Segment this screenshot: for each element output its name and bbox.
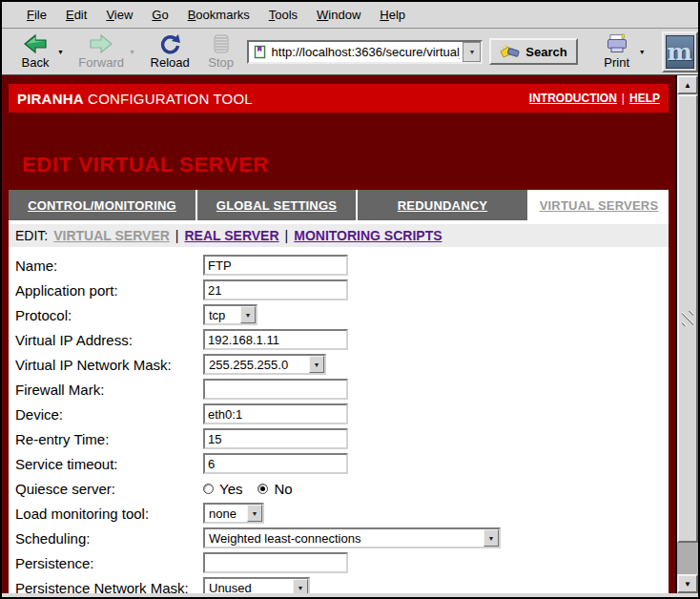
subnav-separator: | (175, 228, 179, 243)
menu-bookmarks[interactable]: Bookmarks (178, 4, 259, 26)
service-timeout-field[interactable] (203, 453, 348, 474)
scheduling-select[interactable]: Weighted least-connections ▼ (203, 527, 501, 548)
subnav-virtual-server[interactable]: VIRTUAL SERVER (53, 228, 170, 243)
protocol-select-arrow-icon[interactable]: ▼ (240, 306, 256, 323)
piranha-page: PIRANHA CONFIGURATION TOOL INTRODUCTION … (2, 75, 675, 593)
service-timeout-label: Service timeout: (15, 456, 203, 472)
scrollbar-thumb[interactable] (677, 94, 698, 543)
menu-bar: File Edit View Go Bookmarks Tools Window… (2, 2, 698, 29)
persistence-netmask-select-arrow-icon[interactable]: ▼ (293, 579, 308, 593)
help-link[interactable]: HELP (629, 92, 660, 105)
scroll-up-button[interactable]: ▲ (677, 75, 698, 94)
edit-prefix: EDIT: (15, 228, 48, 243)
persistence-netmask-selected-value: Unused (205, 581, 293, 594)
scrollbar-track[interactable] (677, 543, 698, 574)
menu-go[interactable]: Go (142, 4, 177, 26)
tab-redundancy[interactable]: REDUNDANCY (358, 190, 527, 220)
form-row-service-timeout: Service timeout: (15, 451, 669, 476)
load-monitoring-label: Load monitoring tool: (15, 506, 203, 522)
main-tabs: CONTROL/MONITORING GLOBAL SETTINGS REDUN… (9, 190, 669, 220)
search-icon (500, 44, 521, 60)
virtual-ip-netmask-selected-value: 255.255.255.0 (205, 358, 309, 372)
menu-view[interactable]: View (96, 4, 142, 26)
persistence-netmask-label: Persistence Network Mask: (15, 580, 203, 594)
persistence-netmask-select[interactable]: Unused ▼ (203, 577, 310, 593)
menu-file[interactable]: File (17, 4, 56, 26)
tab-virtual-servers[interactable]: VIRTUAL SERVERS (529, 190, 669, 220)
form-row-quiesce-server: Quiesce server: Yes No (15, 476, 669, 501)
quiesce-yes-radio[interactable] (203, 484, 214, 494)
scroll-up-icon: ▲ (684, 81, 691, 90)
form-row-application-port: Application port: (15, 278, 669, 302)
reload-label: Reload (151, 55, 190, 70)
url-dropdown-button[interactable]: ▼ (463, 42, 481, 62)
firewall-mark-field[interactable] (203, 379, 348, 400)
menu-window[interactable]: Window (307, 4, 370, 26)
scheduling-label: Scheduling: (15, 530, 203, 547)
back-button[interactable]: Back (16, 31, 54, 72)
menu-tools[interactable]: Tools (259, 4, 307, 26)
search-label: Search (525, 45, 566, 59)
name-field[interactable] (203, 255, 348, 276)
chevron-down-icon: ▼ (468, 49, 475, 55)
protocol-label: Protocol: (15, 307, 203, 323)
header-links: INTRODUCTION | HELP (529, 92, 660, 105)
print-dropdown-icon[interactable]: ▼ (636, 49, 649, 55)
quiesce-radio-group: Yes No (203, 481, 302, 497)
tab-control-monitoring[interactable]: CONTROL/MONITORING (9, 190, 196, 220)
mozilla-logo-button[interactable]: m (662, 31, 698, 72)
device-field[interactable] (203, 403, 348, 424)
quiesce-no-radio[interactable] (257, 484, 268, 494)
form-row-firewall-mark: Firewall Mark: (15, 377, 669, 402)
tab-global-settings[interactable]: GLOBAL SETTINGS (197, 190, 356, 220)
print-button[interactable]: Print (598, 31, 636, 72)
header-link-separator: | (622, 92, 625, 105)
url-input[interactable] (269, 42, 463, 62)
stop-label: Stop (208, 55, 234, 70)
firewall-mark-label: Firewall Mark: (15, 382, 203, 398)
subnav-separator: | (285, 228, 289, 243)
app-title-rest: CONFIGURATION TOOL (84, 91, 253, 107)
subnav-monitoring-scripts[interactable]: MONITORING SCRIPTS (294, 228, 442, 243)
menu-edit[interactable]: Edit (56, 4, 96, 26)
forward-button[interactable]: Forward (76, 31, 126, 72)
form-row-scheduling: Scheduling: Weighted least-connections ▼ (15, 526, 669, 550)
forward-history-dropdown-icon[interactable]: ▼ (126, 49, 138, 55)
load-monitoring-select-arrow-icon[interactable]: ▼ (247, 505, 262, 522)
virtual-ip-netmask-select-arrow-icon[interactable]: ▼ (309, 356, 324, 373)
reentry-time-field[interactable] (203, 428, 348, 449)
form-row-virtual-ip: Virtual IP Address: (15, 327, 669, 352)
quiesce-yes-label: Yes (219, 481, 242, 497)
form-row-persistence: Persistence: (15, 550, 669, 575)
scheduling-select-arrow-icon[interactable]: ▼ (484, 529, 499, 547)
form-row-reentry-time: Re-entry Time: (15, 426, 669, 451)
menu-help[interactable]: Help (370, 4, 415, 26)
url-bar: ▼ (247, 40, 484, 64)
edit-subnav: EDIT: VIRTUAL SERVER | REAL SERVER | MON… (9, 224, 669, 247)
introduction-link[interactable]: INTRODUCTION (529, 92, 617, 105)
subnav-real-server[interactable]: REAL SERVER (185, 228, 279, 243)
search-button[interactable]: Search (489, 38, 577, 65)
stop-icon (212, 33, 231, 54)
virtual-ip-field[interactable] (203, 329, 348, 350)
application-port-field[interactable] (203, 279, 348, 300)
toolbar-grippy-handle[interactable] (6, 33, 12, 70)
application-port-label: Application port: (15, 282, 203, 299)
virtual-ip-netmask-select[interactable]: 255.255.255.0 ▼ (203, 354, 326, 375)
url-favicon-icon (249, 45, 269, 59)
stop-button[interactable]: Stop (202, 31, 240, 72)
scheduling-selected-value: Weighted least-connections (205, 531, 484, 546)
name-label: Name: (15, 258, 203, 274)
menubar-grippy-handle[interactable] (6, 6, 13, 25)
scroll-down-button[interactable]: ▼ (677, 574, 698, 593)
load-monitoring-select[interactable]: none ▼ (203, 503, 264, 524)
persistence-field[interactable] (203, 552, 348, 573)
persistence-label: Persistence: (15, 555, 203, 571)
page-title: EDIT VIRTUAL SERVER (22, 153, 669, 177)
back-history-dropdown-icon[interactable]: ▼ (54, 49, 67, 55)
virtual-server-form: Name: Application port: Protocol: tcp ▼ … (9, 247, 669, 593)
protocol-select[interactable]: tcp ▼ (203, 304, 257, 325)
form-row-name: Name: (15, 253, 669, 278)
reload-button[interactable]: Reload (148, 31, 192, 72)
app-title-brand: PIRANHA (17, 91, 84, 107)
